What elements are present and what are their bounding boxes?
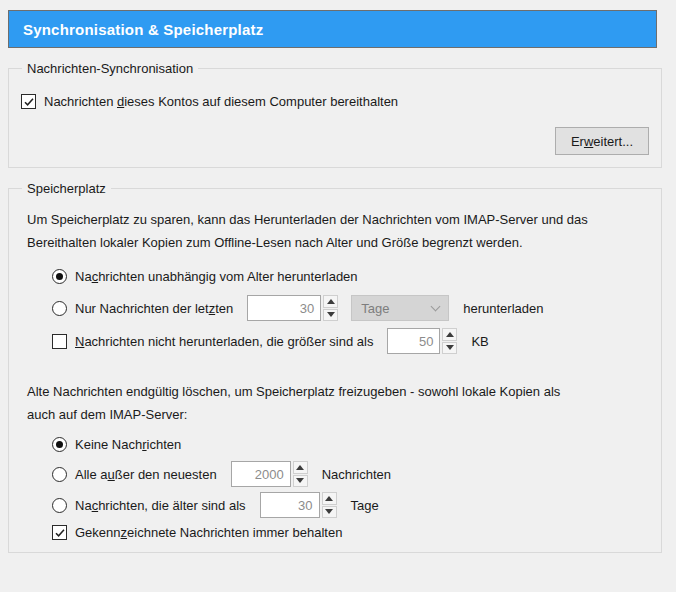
size-limit-spinner[interactable]: 50 — [387, 328, 457, 354]
keep-newest-row[interactable]: Alle außer den neuesten 2000 Nachrichten — [52, 461, 649, 487]
age-unit-value: Tage — [361, 301, 389, 316]
recent-days-spinner[interactable]: 30 — [247, 295, 338, 321]
download-all-label: Nachrichten unabhängig vom Alter herunte… — [75, 269, 358, 284]
delete-older-suffix: Tage — [351, 498, 379, 513]
spin-down-icon — [296, 478, 304, 483]
keep-flagged-checkbox[interactable] — [52, 525, 67, 540]
spin-down-icon — [327, 312, 335, 317]
recent-days-input[interactable]: 30 — [247, 295, 321, 321]
cleanup-intro: Alte Nachrichten endgültig löschen, um S… — [27, 380, 649, 426]
delete-older-input[interactable]: 30 — [260, 492, 320, 518]
message-sync-legend: Nachrichten-Synchronisation — [22, 61, 198, 76]
keep-flagged-label: Gekennzeichnete Nachrichten immer behalt… — [75, 525, 342, 540]
spin-up-icon — [327, 299, 335, 304]
message-sync-group: Nachrichten-Synchronisation Nachrichten … — [8, 61, 662, 168]
size-limit-label: Nachrichten nicht herunterladen, die grö… — [75, 334, 373, 349]
download-all-radio[interactable] — [52, 269, 67, 284]
page-title: Synchronisation & Speicherplatz — [23, 21, 263, 38]
spin-up-icon — [325, 496, 333, 501]
recent-days-spin-buttons — [323, 295, 338, 321]
spin-up-icon — [446, 332, 454, 337]
delete-older-radio[interactable] — [52, 498, 67, 513]
page-title-bar: Synchronisation & Speicherplatz — [8, 10, 657, 48]
delete-older-spinner[interactable]: 30 — [260, 492, 337, 518]
keep-flagged-row[interactable]: Gekennzeichnete Nachrichten immer behalt… — [52, 525, 649, 540]
spin-up-button[interactable] — [323, 295, 338, 308]
keep-newest-radio[interactable] — [52, 467, 67, 482]
download-options: Nachrichten unabhängig vom Alter herunte… — [52, 269, 649, 354]
spin-up-button[interactable] — [322, 492, 337, 505]
keep-newest-spin-buttons — [293, 461, 308, 487]
spin-down-icon — [325, 509, 333, 514]
spin-up-button[interactable] — [293, 461, 308, 474]
spin-down-icon — [446, 345, 454, 350]
keep-all-label: Keine Nachrichten — [75, 437, 181, 452]
size-limit-spin-buttons — [442, 328, 457, 354]
download-all-row[interactable]: Nachrichten unabhängig vom Alter herunte… — [52, 269, 649, 284]
check-icon — [23, 96, 35, 108]
delete-older-spin-buttons — [322, 492, 337, 518]
keep-all-row[interactable]: Keine Nachrichten — [52, 437, 649, 452]
cleanup-options: Keine Nachrichten Alle außer den neueste… — [52, 437, 649, 540]
size-limit-row[interactable]: Nachrichten nicht herunterladen, die grö… — [52, 328, 649, 354]
disk-space-legend: Speicherplatz — [22, 181, 111, 196]
delete-older-label: Nachrichten, die älter sind als — [75, 498, 246, 513]
keep-newest-suffix: Nachrichten — [322, 467, 391, 482]
spin-up-icon — [296, 465, 304, 470]
keep-messages-label: Nachrichten dieses Kontos auf diesem Com… — [44, 94, 398, 109]
download-recent-suffix: herunterladen — [463, 301, 543, 316]
keep-newest-spinner[interactable]: 2000 — [231, 461, 308, 487]
chevron-down-icon — [431, 302, 441, 312]
size-limit-suffix: KB — [471, 334, 488, 349]
advanced-button-row: Erweitert... — [21, 127, 649, 155]
spin-up-button[interactable] — [442, 328, 457, 341]
spin-down-button[interactable] — [323, 309, 338, 322]
keep-messages-row[interactable]: Nachrichten dieses Kontos auf diesem Com… — [21, 94, 649, 109]
spin-down-button[interactable] — [322, 506, 337, 519]
age-unit-dropdown[interactable]: Tage — [351, 295, 449, 321]
download-recent-radio[interactable] — [52, 301, 67, 316]
delete-older-row[interactable]: Nachrichten, die älter sind als 30 Tage — [52, 492, 649, 518]
spin-down-button[interactable] — [293, 475, 308, 488]
keep-newest-input[interactable]: 2000 — [231, 461, 291, 487]
check-icon — [54, 527, 66, 539]
download-recent-row[interactable]: Nur Nachrichten der letzten 30 Tage heru… — [52, 295, 649, 321]
disk-space-intro: Um Speicherplatz zu sparen, kann das Her… — [27, 208, 649, 254]
size-limit-input[interactable]: 50 — [387, 328, 440, 354]
advanced-button[interactable]: Erweitert... — [555, 127, 649, 155]
keep-messages-checkbox[interactable] — [21, 94, 36, 109]
download-recent-label: Nur Nachrichten der letzten — [75, 301, 233, 316]
keep-all-radio[interactable] — [52, 437, 67, 452]
keep-newest-label: Alle außer den neuesten — [75, 467, 217, 482]
size-limit-checkbox[interactable] — [52, 334, 67, 349]
spin-down-button[interactable] — [442, 342, 457, 355]
disk-space-group: Speicherplatz Um Speicherplatz zu sparen… — [8, 181, 662, 553]
